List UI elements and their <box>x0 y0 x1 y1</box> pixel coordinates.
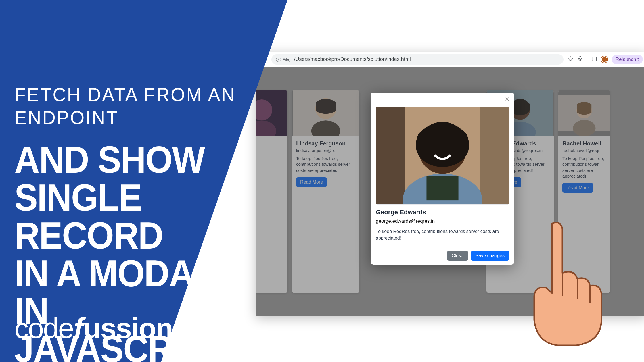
svg-rect-22 <box>480 107 509 204</box>
banner-subtitle: FETCH DATA FROM AN ENDPOINT <box>14 83 244 129</box>
banner-title-line: IN A MODAL IN <box>14 254 244 330</box>
modal-user-email: george.edwards@reqres.in <box>376 218 509 224</box>
svg-rect-21 <box>376 107 405 204</box>
svg-marker-26 <box>0 0 288 362</box>
side-panel-icon[interactable] <box>591 56 597 63</box>
omnibox[interactable]: File /Users/macbookpro/Documents/solutio… <box>271 54 564 65</box>
modal-user-text: To keep ReqRes free, contributions towar… <box>376 228 509 241</box>
modal-footer: Close Save changes <box>371 247 514 265</box>
reload-icon[interactable] <box>260 56 267 63</box>
banner-title-line: SINGLE RECORD <box>14 179 244 255</box>
pointing-hand-illustration <box>518 221 615 349</box>
url-path: /Users/macbookpro/Documents/solution/ind… <box>294 56 411 62</box>
star-icon[interactable] <box>568 56 573 63</box>
svg-marker-3 <box>568 56 573 61</box>
svg-rect-4 <box>592 57 596 61</box>
modal-user-name: George Edwards <box>376 209 509 216</box>
logo-part3: ussion <box>83 312 172 345</box>
svg-rect-25 <box>426 176 458 200</box>
modal-header <box>371 93 514 107</box>
close-icon[interactable] <box>505 96 510 103</box>
file-chip-label: File <box>283 57 289 62</box>
modal-body: George Edwards george.edwards@reqres.in … <box>371 107 514 247</box>
browser-address-bar: File /Users/macbookpro/Documents/solutio… <box>256 52 644 67</box>
logo-part1: code <box>14 312 73 345</box>
save-changes-button[interactable]: Save changes <box>471 251 509 261</box>
profile-avatar[interactable] <box>601 56 607 63</box>
divider <box>587 56 587 63</box>
address-bar-right: Relaunch t <box>568 55 643 64</box>
banner-title: AND SHOW SINGLE RECORD IN A MODAL IN JAV… <box>14 141 244 362</box>
relaunch-button[interactable]: Relaunch t <box>612 55 643 64</box>
modal-image <box>376 107 509 205</box>
extensions-icon[interactable] <box>577 56 583 63</box>
file-chip: File <box>276 57 291 62</box>
user-detail-modal: George Edwards george.edwards@reqres.in … <box>371 93 514 265</box>
close-button[interactable]: Close <box>447 251 468 261</box>
logo-part2: f <box>74 312 83 345</box>
svg-point-2 <box>280 60 280 60</box>
codefussion-logo: codefussion <box>14 312 172 345</box>
banner-title-line: AND SHOW <box>14 141 244 179</box>
banner-title-line: JAVASCRIPT <box>14 330 244 362</box>
